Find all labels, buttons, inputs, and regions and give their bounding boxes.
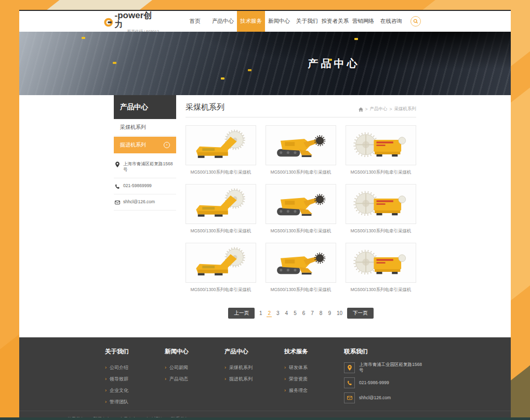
- footer-col-tech: 技术服务 研发体系 荣誉资质 服务理念: [284, 348, 344, 408]
- footer-link[interactable]: 公司新闻: [165, 365, 188, 370]
- main-nav: 首页 产品中心 技术服务 新闻中心 关于我们 投资者关系 营销网络 在线咨询: [181, 11, 426, 32]
- footer-col-news: 新闻中心 公司新闻 产品动态: [165, 348, 224, 408]
- logo-texts: -power创力 股票代码 / 603012: [115, 11, 159, 34]
- sidebar-email: shhcl@126.com: [114, 194, 176, 211]
- page-number[interactable]: 1: [258, 310, 263, 317]
- product-title[interactable]: MG500/1300系列电牵引采煤机: [266, 228, 336, 234]
- content-area: 产品中心 采煤机系列 掘进机系列 › 上海市青浦区崧复路1568号 021-59…: [19, 95, 511, 337]
- footer-link[interactable]: 荣誉资质: [284, 376, 308, 382]
- sidebar-phone: 021-59869999: [114, 178, 176, 194]
- email-icon: [115, 200, 120, 205]
- nav-item-online-consult[interactable]: 在线咨询: [377, 11, 405, 32]
- footer-col-title: 技术服务: [284, 348, 344, 356]
- page-number[interactable]: 7: [310, 310, 315, 317]
- footer-link[interactable]: 公司介绍: [105, 365, 128, 370]
- next-page-button[interactable]: 下一页: [347, 308, 374, 319]
- phone-text: 021-59869999: [123, 183, 152, 189]
- breadcrumb-separator: >: [365, 107, 368, 112]
- product-title[interactable]: MG500/1300系列电牵引采煤机: [186, 228, 256, 234]
- product-image: [266, 125, 336, 165]
- footer-link[interactable]: 领导致辞: [105, 376, 128, 382]
- nav-item-home[interactable]: 首页: [181, 11, 209, 32]
- footer-link[interactable]: 采煤机系列: [224, 365, 253, 370]
- product-title[interactable]: MG500/1300系列电牵引采煤机: [346, 228, 416, 234]
- product-card[interactable]: MG500/1300系列电牵引采煤机: [186, 125, 256, 176]
- footer-link[interactable]: 研发体系: [284, 365, 308, 370]
- nav-item-tech-service[interactable]: 技术服务: [237, 11, 265, 32]
- sidebar-address: 上海市青浦区崧复路1568号: [114, 156, 176, 178]
- nav-item-investor[interactable]: 投资者关系: [321, 11, 349, 32]
- product-card[interactable]: MG500/1300系列电牵引采煤机: [346, 125, 416, 176]
- page-number[interactable]: 10: [336, 310, 343, 317]
- nav-item-about[interactable]: 关于我们: [293, 11, 321, 32]
- phone-text: 021-5986-9999: [359, 380, 389, 386]
- hero-banner: 产品中心: [19, 32, 511, 95]
- header: -power创力 股票代码 / 603012 首页 产品中心 技术服务 新闻中心…: [19, 11, 511, 32]
- sidebar-item-roadheader-series[interactable]: 掘进机系列 ›: [114, 137, 176, 153]
- product-title[interactable]: MG500/1300系列电牵引采煤机: [186, 287, 256, 293]
- breadcrumb: > 产品中心 > 采煤机系列: [359, 106, 416, 112]
- footer-col-contact: 联系我们 上海市青浦工业园区崧复路1568号 021-5986-9999 shh…: [344, 348, 425, 408]
- page-number[interactable]: 6: [301, 310, 307, 317]
- chevron-right-icon: ›: [164, 142, 170, 148]
- product-title[interactable]: MG500/1300系列电牵引采煤机: [346, 169, 416, 176]
- footer-link[interactable]: 掘进机系列: [224, 376, 253, 382]
- search-icon: [410, 16, 421, 27]
- breadcrumb-current[interactable]: 采煤机系列: [394, 106, 417, 112]
- product-grid: MG500/1300系列电牵引采煤机 MG500/1300系列电牵引采煤机 MG…: [186, 125, 416, 293]
- sidebar: 产品中心 采煤机系列 掘进机系列 › 上海市青浦区崧复路1568号 021-59…: [114, 95, 176, 337]
- product-card[interactable]: MG500/1300系列电牵引采煤机: [266, 243, 336, 293]
- footer-email: shhcl@126.com: [344, 392, 425, 403]
- product-card[interactable]: MG500/1300系列电牵引采煤机: [266, 184, 336, 234]
- page-number[interactable]: 9: [327, 310, 332, 317]
- email-icon: [344, 392, 355, 403]
- product-card[interactable]: MG500/1300系列电牵引采煤机: [346, 184, 416, 234]
- product-card[interactable]: MG500/1300系列电牵引采煤机: [346, 243, 416, 293]
- product-image: [266, 184, 336, 224]
- product-title[interactable]: MG500/1300系列电牵引采煤机: [266, 287, 336, 293]
- search-button[interactable]: [405, 11, 426, 32]
- footer-col-title: 产品中心: [224, 348, 284, 356]
- logo[interactable]: -power创力 股票代码 / 603012: [104, 11, 159, 32]
- product-title[interactable]: MG500/1300系列电牵引采煤机: [186, 169, 256, 176]
- product-image: [346, 125, 416, 165]
- product-card[interactable]: MG500/1300系列电牵引采煤机: [186, 243, 256, 293]
- nav-item-marketing[interactable]: 营销网络: [349, 11, 377, 32]
- sidebar-item-shearer-series[interactable]: 采煤机系列: [114, 119, 176, 136]
- pagination: 上一页 1 2 3 4 5 6 7 8 9 10 下一页: [186, 308, 416, 319]
- location-pin-icon: [344, 362, 355, 373]
- footer-link[interactable]: 服务理念: [284, 388, 308, 393]
- prev-page-button[interactable]: 上一页: [228, 308, 255, 319]
- home-icon[interactable]: [359, 107, 363, 112]
- page-number-current[interactable]: 2: [267, 310, 272, 317]
- page-number[interactable]: 5: [293, 310, 298, 317]
- footer-link[interactable]: 管理团队: [105, 399, 128, 404]
- product-card[interactable]: MG500/1300系列电牵引采煤机: [186, 184, 256, 234]
- address-text: 上海市青浦区崧复路1568号: [123, 161, 175, 173]
- product-title[interactable]: MG500/1300系列电牵引采煤机: [266, 169, 336, 176]
- mining-trucks-decor: [82, 37, 85, 39]
- sidebar-item-label: 掘进机系列: [120, 141, 146, 149]
- footer-link[interactable]: 产品动态: [165, 376, 188, 382]
- address-text: 上海市青浦工业园区崧复路1568号: [359, 362, 425, 373]
- page-number[interactable]: 8: [319, 310, 324, 317]
- breadcrumb-separator: >: [390, 107, 392, 112]
- nav-item-products[interactable]: 产品中心: [209, 11, 237, 32]
- footer: 关于我们 公司介绍 领导致辞 企业文化 管理团队 新闻中心 公司新闻 产品动态 …: [19, 337, 511, 420]
- page-number[interactable]: 4: [284, 310, 289, 317]
- nav-item-news[interactable]: 新闻中心: [265, 11, 293, 32]
- product-image: [346, 243, 416, 283]
- product-image: [186, 184, 256, 224]
- product-title[interactable]: MG500/1300系列电牵引采煤机: [346, 287, 416, 293]
- breadcrumb-products[interactable]: 产品中心: [370, 106, 388, 112]
- logo-text: -power: [115, 10, 144, 20]
- footer-col-about: 关于我们 公司介绍 领导致辞 企业文化 管理团队: [105, 348, 165, 408]
- footer-link[interactable]: 企业文化: [105, 388, 128, 393]
- product-image: [186, 125, 256, 165]
- footer-phone: 021-5986-9999: [344, 377, 425, 388]
- email-text: shhcl@126.com: [359, 395, 391, 401]
- sidebar-item-label: 采煤机系列: [120, 124, 146, 131]
- page-number[interactable]: 3: [275, 310, 281, 317]
- product-card[interactable]: MG500/1300系列电牵引采煤机: [266, 125, 336, 176]
- sidebar-title: 产品中心: [114, 95, 176, 119]
